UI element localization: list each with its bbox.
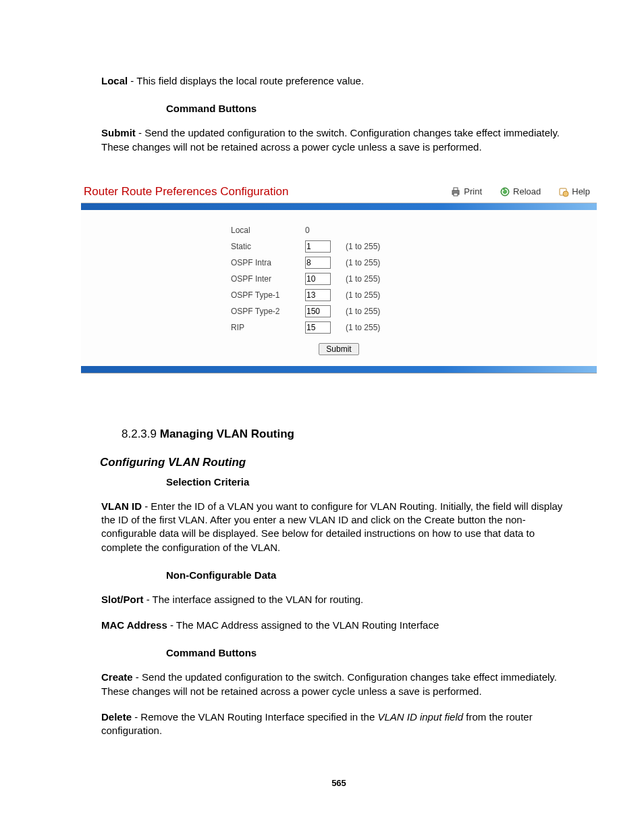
panel-top-bar [81, 203, 597, 210]
label-ospf-intra: OSPF Intra [204, 258, 305, 267]
print-button[interactable]: Print [450, 186, 482, 197]
input-rip[interactable] [305, 321, 331, 334]
print-label: Print [464, 186, 482, 197]
row-ospf-type2: OSPF Type-2 (1 to 255) [204, 303, 474, 319]
page-number: 565 [101, 778, 576, 788]
create-desc: - Send the updated configuration to the … [101, 671, 557, 696]
delete-label: Delete [101, 711, 132, 723]
reload-icon [500, 186, 510, 197]
vlan-id-desc: - Enter the ID of a VLAN you want to con… [101, 500, 562, 553]
range-ospf-inter: (1 to 255) [346, 274, 380, 284]
label-ospf-type1: OSPF Type-1 [204, 290, 305, 300]
range-static: (1 to 255) [346, 242, 380, 251]
panel-header: Router Route Preferences Configuration P… [81, 181, 597, 203]
slot-port-label: Slot/Port [101, 594, 144, 605]
submit-para: Submit - Send the updated configuration … [101, 126, 576, 154]
delete-pre: - Remove the VLAN Routing Interface spec… [132, 711, 377, 723]
label-ospf-inter: OSPF Inter [204, 274, 305, 284]
section-title: Managing VLAN Routing [160, 427, 294, 440]
reload-label: Reload [513, 186, 541, 197]
row-ospf-type1: OSPF Type-1 (1 to 255) [204, 287, 474, 303]
submit-label: Submit [101, 127, 136, 138]
delete-ital: VLAN ID input field [377, 711, 463, 723]
input-static[interactable] [305, 240, 331, 253]
local-desc: - This field displays the local route pr… [128, 75, 364, 86]
row-local: Local 0 [204, 222, 474, 238]
value-local: 0 [305, 226, 346, 235]
range-ospf-intra: (1 to 255) [346, 258, 380, 267]
row-ospf-inter: OSPF Inter (1 to 255) [204, 271, 474, 287]
create-para: Create - Send the updated configuration … [101, 671, 576, 698]
submit-button[interactable]: Submit [319, 343, 358, 355]
cmd-buttons-heading-2: Command Buttons [166, 647, 576, 658]
help-icon [558, 186, 569, 197]
label-ospf-type2: OSPF Type-2 [204, 307, 305, 316]
delete-para: Delete - Remove the VLAN Routing Interfa… [101, 710, 576, 738]
panel-toolbar: Print Reload Help [450, 186, 590, 197]
input-ospf-intra[interactable] [305, 257, 331, 269]
row-ospf-intra: OSPF Intra (1 to 255) [204, 255, 474, 271]
ncd-heading: Non-Configurable Data [166, 569, 576, 581]
cmd-buttons-heading-1: Command Buttons [166, 103, 576, 114]
help-button[interactable]: Help [558, 186, 590, 197]
help-label: Help [572, 186, 590, 197]
vlan-id-label: VLAN ID [101, 500, 142, 512]
svg-rect-2 [454, 193, 458, 196]
panel-bottom-bar [81, 366, 597, 373]
preferences-panel: Router Route Preferences Configuration P… [81, 181, 597, 373]
mac-address-para: MAC Address - The MAC Address assigned t… [101, 619, 576, 632]
svg-rect-1 [454, 188, 458, 190]
slot-port-desc: - The interface assigned to the VLAN for… [144, 594, 364, 605]
range-ospf-type1: (1 to 255) [346, 290, 380, 300]
label-rip: RIP [204, 323, 305, 332]
row-static: Static (1 to 255) [204, 238, 474, 255]
local-label: Local [101, 75, 128, 86]
submit-desc: - Send the updated configuration to the … [101, 127, 560, 152]
section-number: 8.2.3.9 [122, 427, 160, 440]
configuring-heading: Configuring VLAN Routing [100, 456, 576, 469]
vlan-id-para: VLAN ID - Enter the ID of a VLAN you wan… [101, 500, 576, 554]
reload-button[interactable]: Reload [500, 186, 541, 197]
input-ospf-type1[interactable] [305, 289, 331, 301]
slot-port-para: Slot/Port - The interface assigned to th… [101, 593, 576, 606]
mac-address-label: MAC Address [101, 619, 167, 631]
panel-title: Router Route Preferences Configuration [84, 185, 450, 199]
selection-criteria-heading: Selection Criteria [166, 476, 576, 488]
label-local: Local [204, 226, 305, 235]
local-field-para: Local - This field displays the local ro… [101, 74, 576, 88]
range-ospf-type2: (1 to 255) [346, 307, 380, 316]
input-ospf-type2[interactable] [305, 305, 331, 317]
print-icon [450, 186, 461, 197]
mac-address-desc: - The MAC Address assigned to the VLAN R… [167, 619, 439, 631]
row-rip: RIP (1 to 255) [204, 319, 474, 336]
section-heading: 8.2.3.9 Managing VLAN Routing [122, 427, 576, 441]
create-label: Create [101, 671, 133, 683]
input-ospf-inter[interactable] [305, 273, 331, 285]
range-rip: (1 to 255) [346, 323, 380, 332]
form-area: Local 0 Static (1 to 255) OSPF Intra (1 … [81, 210, 597, 366]
svg-point-5 [563, 191, 568, 197]
label-static: Static [204, 242, 305, 251]
